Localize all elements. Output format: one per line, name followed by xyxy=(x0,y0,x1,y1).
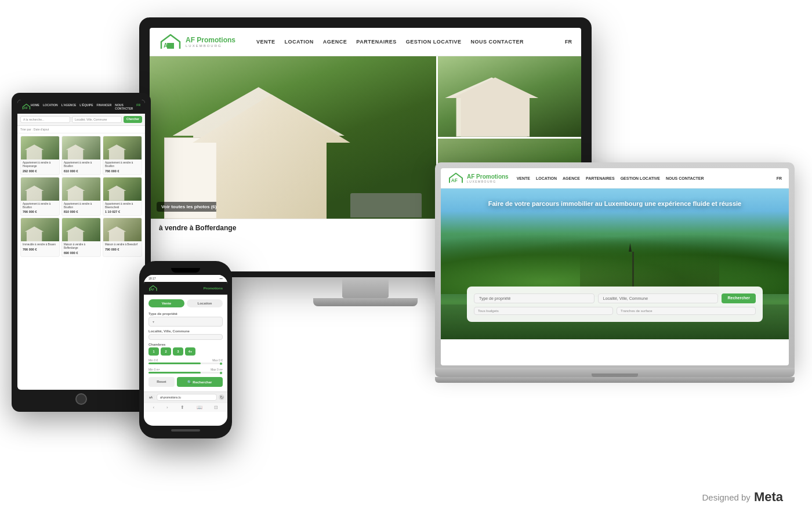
phone-chambers-label: Chambres xyxy=(148,343,223,346)
tablet-lang[interactable]: FR xyxy=(136,103,140,110)
phone-price-track[interactable] xyxy=(148,362,223,364)
laptop-nav-vente[interactable]: VENTE xyxy=(517,176,530,180)
tablet: AF HOME LOCATION L'AGENCE L'ÉQUIPE FINAN… xyxy=(12,93,151,412)
laptop-hero: Faire de votre parcours immobilier au Lu… xyxy=(441,188,789,339)
listing-image-4 xyxy=(62,177,100,201)
phone-type-field[interactable]: ▾ xyxy=(148,317,223,327)
laptop-budget-filter[interactable]: Tous budgets xyxy=(474,307,613,315)
phone-share-button[interactable]: ⬆ xyxy=(180,405,184,410)
laptop-nav-location[interactable]: LOCATION xyxy=(536,176,557,180)
list-item[interactable]: Appartement à vendre à Bouillon 766 000 … xyxy=(103,136,142,175)
laptop-base xyxy=(435,377,795,383)
laptop-lang[interactable]: FR xyxy=(777,176,782,180)
tablet-nav-agence[interactable]: L'AGENCE xyxy=(61,103,77,110)
list-item[interactable]: Appartement à vendre à Biwerscheid 1 10 … xyxy=(103,177,142,216)
phone-vente-toggle[interactable]: Vente xyxy=(148,299,184,307)
phone-frame: 18:17 ▪▪▪ AF Promotions Vente Loc xyxy=(139,261,232,438)
phone-home-indicator[interactable] xyxy=(171,429,200,432)
scene: AF AF Promotions LUXEMBOURG VENTE LOCATI… xyxy=(0,0,812,522)
tablet-location-field[interactable]: Localité, Ville, Commune xyxy=(72,116,122,123)
laptop-nav-gestion[interactable]: GESTION LOCATIVE xyxy=(621,176,660,180)
phone-chamber-2[interactable]: 2 xyxy=(161,347,171,356)
nav-agence[interactable]: AGENCE xyxy=(323,39,347,45)
phone-browser-bar: aA af-promotions.lu ↻ xyxy=(144,392,227,403)
phone-tabs-button[interactable]: ⊡ xyxy=(214,405,218,410)
phone-nav: AF Promotions xyxy=(144,282,227,295)
phone-surface-track[interactable] xyxy=(148,372,223,374)
list-item[interactable]: Maison à vendre à Beesdorf 790 000 € xyxy=(103,217,142,257)
listing-image-0 xyxy=(21,136,59,160)
phone-chamber-3[interactable]: 3 xyxy=(173,347,183,356)
phone-search-icon: 🔍 xyxy=(187,380,191,384)
tablet-nav-financer[interactable]: FINANCER xyxy=(96,103,111,110)
list-item[interactable]: Appartement à vendre à Bouillon 766 000 … xyxy=(20,177,60,216)
tablet-nav: AF HOME LOCATION L'AGENCE L'ÉQUIPE FINAN… xyxy=(17,100,145,114)
phone-forward-button[interactable]: › xyxy=(166,405,168,410)
phone-browser-nav: ‹ › ⬆ 📖 ⊡ xyxy=(144,403,227,412)
phone-price-range-label: Min 0 € Max 0 € xyxy=(148,358,223,362)
laptop-search-button[interactable]: Rechercher xyxy=(722,293,756,303)
tablet-search-button[interactable]: Chercher xyxy=(124,116,142,123)
tablet-menu: HOME LOCATION L'AGENCE L'ÉQUIPE FINANCER… xyxy=(31,103,140,110)
monitor-lang[interactable]: FR xyxy=(565,39,572,45)
monitor-stand-neck xyxy=(342,277,389,298)
listing-image-7 xyxy=(62,218,100,241)
phone-location-toggle[interactable]: Location xyxy=(187,299,223,307)
list-item[interactable]: Maison à vendre à Bofferdange 690 000 € xyxy=(61,217,101,257)
tablet-nav-location[interactable]: LOCATION xyxy=(43,103,58,110)
monitor-logo-text: AF Promotions LUXEMBOURG xyxy=(186,36,235,48)
list-item[interactable]: Appartement à vendre à Bouillon 810 000 … xyxy=(61,177,101,216)
phone: 18:17 ▪▪▪ AF Promotions Vente Loc xyxy=(139,261,232,438)
laptop-nav-contact[interactable]: NOUS CONTACTER xyxy=(666,176,704,180)
tablet-nav-equipe[interactable]: L'ÉQUIPE xyxy=(79,103,93,110)
phone-url-bar[interactable]: af-promotions.lu xyxy=(157,394,217,401)
phone-reset-button[interactable]: Reset xyxy=(148,377,175,387)
laptop-search-overlay: Type de propriété Localité, Ville, Commu… xyxy=(467,287,763,322)
phone-surface-range-label: Min 0 m² Max 0 m² xyxy=(148,368,223,371)
designed-by: Designed by Meta xyxy=(702,490,783,505)
phone-bookmarks-button[interactable]: 📖 xyxy=(197,405,202,410)
phone-refresh-icon[interactable]: ↻ xyxy=(219,394,224,400)
phone-location-field[interactable] xyxy=(148,334,223,340)
listing-image-8 xyxy=(103,218,142,241)
laptop-location-field[interactable]: Localité, Ville, Commune xyxy=(598,293,719,303)
nav-location[interactable]: LOCATION xyxy=(285,39,314,45)
tablet-home-button[interactable] xyxy=(75,393,87,405)
nav-vente[interactable]: VENTE xyxy=(256,39,276,45)
phone-chamber-4[interactable]: 4+ xyxy=(185,347,195,356)
laptop-surface-filter[interactable]: Tranches de surface xyxy=(617,307,756,315)
phone-aa-button[interactable]: aA xyxy=(147,394,155,400)
tablet-sort-bar: Trier par : Date d'ajout xyxy=(17,126,145,133)
laptop-nav-partenaires[interactable]: PARTENAIRES xyxy=(586,176,615,180)
phone-chamber-1[interactable]: 1 xyxy=(148,347,159,356)
tablet-listings-grid: Appartement à vendre à Hesperange 292 00… xyxy=(17,133,145,259)
laptop-search-row: Type de propriété Localité, Ville, Commu… xyxy=(474,293,756,303)
tablet-search-field[interactable]: A la recherche... xyxy=(20,116,70,123)
svg-text:AF: AF xyxy=(150,288,155,291)
laptop-nav-agence[interactable]: AGENCE xyxy=(563,176,580,180)
nav-contact[interactable]: NOUS CONTACTER xyxy=(471,39,524,45)
listing-image-6 xyxy=(21,218,59,241)
tablet-screen: AF HOME LOCATION L'AGENCE L'ÉQUIPE FINAN… xyxy=(17,100,145,390)
phone-location-label: Localité, Ville, Commune xyxy=(148,329,223,333)
designed-by-label: Designed by xyxy=(702,492,750,502)
tablet-nav-contact[interactable]: NOUS CONTACTER xyxy=(115,103,133,110)
monitor-photos-btn[interactable]: Voir toutes les photos (6) xyxy=(157,202,221,212)
monitor-logo-icon: AF xyxy=(159,32,182,51)
monitor-hero-main-image: Voir toutes les photos (6) xyxy=(150,56,436,219)
nav-partenaires[interactable]: PARTENAIRES xyxy=(356,39,396,45)
nav-gestion[interactable]: GESTION LOCATIVE xyxy=(406,39,462,45)
phone-action-row: Reset 🔍 Rechercher xyxy=(148,377,223,387)
laptop-property-type-field[interactable]: Type de propriété xyxy=(474,293,594,303)
list-item[interactable]: Appartement à vendre à Bouillon 610 000 … xyxy=(61,136,101,175)
phone-search-button[interactable]: 🔍 Rechercher xyxy=(177,377,223,387)
laptop-bottom-bezel xyxy=(435,368,795,377)
laptop-screen: AF AF Promotions LUXEMBOURG VENTE LOCATI… xyxy=(441,168,789,365)
phone-back-button[interactable]: ‹ xyxy=(153,405,154,410)
listing-image-5 xyxy=(103,177,142,201)
list-item[interactable]: Immeuble à vendre à Bissen 766 000 € xyxy=(20,217,60,257)
listing-image-2 xyxy=(103,136,142,160)
laptop: AF AF Promotions LUXEMBOURG VENTE LOCATI… xyxy=(435,162,795,383)
tablet-nav-home[interactable]: HOME xyxy=(31,103,39,110)
list-item[interactable]: Appartement à vendre à Hesperange 292 00… xyxy=(20,136,60,175)
